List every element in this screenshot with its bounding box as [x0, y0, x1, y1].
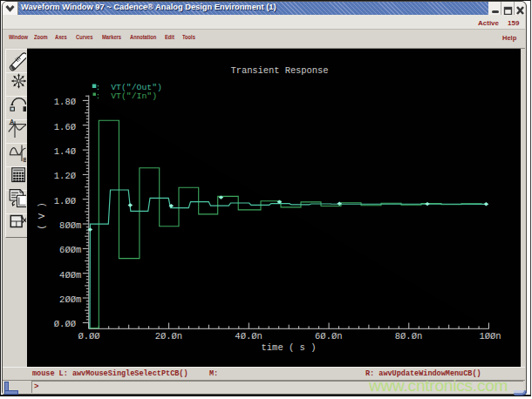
- svg-text:1.6Ø: 1.6Ø: [54, 122, 76, 132]
- svg-text:8Ø.Øn: 8Ø.Øn: [395, 331, 423, 342]
- svg-text:1.8Ø: 1.8Ø: [54, 97, 76, 107]
- svg-text:Ø.ØØ: Ø.ØØ: [78, 331, 99, 342]
- svg-text:Ø.ØØ: Ø.ØØ: [54, 319, 76, 329]
- svg-text:Transient Response: Transient Response: [231, 65, 329, 76]
- svg-text:: VT("/In"): : VT("/In"): [96, 91, 158, 101]
- svg-text:6Ø.Øn: 6Ø.Øn: [315, 331, 343, 342]
- svg-text:8ØØm: 8ØØm: [59, 220, 81, 231]
- svg-text:( V ): ( V ): [37, 202, 47, 230]
- svg-text:1.4Ø: 1.4Ø: [54, 146, 76, 157]
- svg-text:4Ø.Øn: 4Ø.Øn: [235, 331, 263, 342]
- svg-text:1.2Ø: 1.2Ø: [54, 171, 76, 181]
- svg-text:B: B: [24, 157, 27, 163]
- svg-text:1ØØn: 1ØØn: [479, 331, 501, 342]
- svg-text:2Ø.Øn: 2Ø.Øn: [155, 331, 183, 342]
- svg-text:2ØØm: 2ØØm: [59, 294, 81, 305]
- svg-text:time ( s ): time ( s ): [261, 342, 316, 353]
- svg-text:4ØØm: 4ØØm: [59, 270, 81, 281]
- svg-text:A: A: [10, 118, 14, 125]
- svg-text:1.ØØ: 1.ØØ: [54, 196, 76, 206]
- svg-text:6ØØm: 6ØØm: [59, 245, 81, 255]
